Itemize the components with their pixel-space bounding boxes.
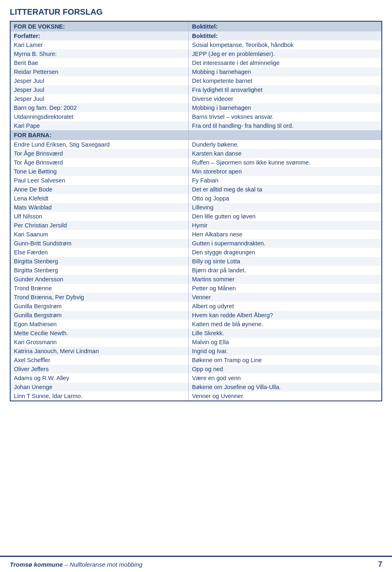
author-cell: Oliver Jeffers xyxy=(10,365,189,374)
author-cell: Myrna B. Shure: xyxy=(10,49,189,58)
title-cell: Den stygge drageungen xyxy=(189,248,382,257)
author-cell: Gunder Andersson xyxy=(10,275,189,284)
table-row: Reidar PettersenMobbing i barnehagen xyxy=(10,67,382,76)
author-cell: Kari Saanum xyxy=(10,230,189,239)
section-header-children: FOR BARNA: xyxy=(10,130,382,140)
section-header-right-children xyxy=(189,130,382,140)
title-cell: Hymir xyxy=(189,221,382,230)
author-cell: Linn T Sunne, Idar Larmo. xyxy=(10,392,189,401)
author-cell: Utdanningsdirektoratet xyxy=(10,112,189,121)
table-row: Jesper JuulDiverse videoer xyxy=(10,94,382,103)
title-cell: Mobbing i barnehagen xyxy=(189,67,382,76)
title-cell: Otto og Joppa xyxy=(189,194,382,203)
author-cell: Tor Åge Brinsværd xyxy=(10,149,189,158)
table-row: Linn T Sunne, Idar Larmo.Venner og Uvenn… xyxy=(10,392,382,401)
table-row: Adams og R.W. AlleyVære en god venn xyxy=(10,374,382,383)
table-row: Tone Lie BøttingMin storebror apen xyxy=(10,167,382,176)
table-row: Endre Lund Eriksen, Stig SaxegaardDunder… xyxy=(10,140,382,149)
author-col-header: Forfatter: xyxy=(10,31,189,40)
section-header-left-adults: FOR DE VOKSNE: xyxy=(10,21,189,31)
table-row: Berit BaeDet interessante i det alminnel… xyxy=(10,58,382,67)
table-row: Myrna B. Shure:JEPP (Jeg er en problemlø… xyxy=(10,49,382,58)
table-row: Mette Cecilie Newth.Lille Skrekk. xyxy=(10,329,382,338)
title-cell: Mobbing i barnehagen xyxy=(189,103,382,112)
table-row: Kari PapeFra ord til handling- fra handl… xyxy=(10,121,382,130)
col-headers-adults: Forfatter:Boktittel: xyxy=(10,31,382,40)
footer-org: Tromsø kommune xyxy=(10,561,63,568)
table-row: Birgitta StenbergBjørn drar på landet. xyxy=(10,266,382,275)
author-cell: Kari Pape xyxy=(10,121,189,130)
title-cell: Martins sommer xyxy=(189,275,382,284)
author-cell: Jesper Juul xyxy=(10,76,189,85)
title-cell: JEPP (Jeg er en problemløser). xyxy=(189,49,382,58)
table-row: Else FærdenDen stygge drageungen xyxy=(10,248,382,257)
title-cell: Hvem kan redde Albert Åberg? xyxy=(189,311,382,320)
table-row: Barn og fam. Dep: 2002Mobbing i barnehag… xyxy=(10,103,382,112)
title-cell: Bøkene om Josefine og Villa-Ulla. xyxy=(189,383,382,392)
table-row: Katrina Janouch, Mervi LindmanIngrid og … xyxy=(10,347,382,356)
title-cell: Ruffen – Sjøormen som ikke kunne svømme. xyxy=(189,158,382,167)
author-cell: Ulf Nilsson xyxy=(10,212,189,221)
section-header-adults: FOR DE VOKSNE:Boktittel: xyxy=(10,21,382,31)
title-cell: Sosial kompetanse, Teoribok, håndbok xyxy=(189,40,382,49)
title-cell: Billy og sinte Lotta xyxy=(189,257,382,266)
title-cell: Den lille gutten og løven xyxy=(189,212,382,221)
table-row: Kari SaanumHerr Alkabars nese xyxy=(10,230,382,239)
title-cell: Fy Fabian xyxy=(189,176,382,185)
title-cell: Diverse videoer xyxy=(189,94,382,103)
author-cell: Birgitta Stenberg xyxy=(10,257,189,266)
table-row: Gunilla BergstrømHvem kan redde Albert Å… xyxy=(10,311,382,320)
title-cell: Albert og udyret xyxy=(189,302,382,311)
table-row: Kari LamerSosial kompetanse, Teoribok, h… xyxy=(10,40,382,49)
author-cell: Johan Unenge xyxy=(10,383,189,392)
title-cell: Lille Skrekk. xyxy=(189,329,382,338)
table-row: Mats WànbladLilleving xyxy=(10,203,382,212)
author-cell: Birgitta Stenberg xyxy=(10,266,189,275)
author-cell: Paul Leer Salvesen xyxy=(10,176,189,185)
table-row: Lena KlefeldtOtto og Joppa xyxy=(10,194,382,203)
title-cell: Dunderly bøkene. xyxy=(189,140,382,149)
author-cell: Berit Bae xyxy=(10,58,189,67)
table-row: Trond Brænna, Per DybvigVenner xyxy=(10,293,382,302)
author-cell: Egon Mathiesen xyxy=(10,320,189,329)
author-cell: Reidar Pettersen xyxy=(10,67,189,76)
author-cell: Kari Grossmann xyxy=(10,338,189,347)
title-cell: Malvin og Ella xyxy=(189,338,382,347)
literature-table: FOR DE VOKSNE:Boktittel:Forfatter:Boktit… xyxy=(10,21,382,401)
author-cell: Trond Brænna, Per Dybvig xyxy=(10,293,189,302)
table-row: Paul Leer SalvesenFy Fabian xyxy=(10,176,382,185)
title-cell: Barns trivsel – voksnes ansvar. xyxy=(189,112,382,121)
author-cell: Tone Lie Bøtting xyxy=(10,167,189,176)
author-cell: Jesper Juul xyxy=(10,94,189,103)
footer-subtitle: – Nulltoleranse mot mobbing xyxy=(63,561,143,568)
table-row: Axel SchefflerBøkene om Tramp og Line xyxy=(10,356,382,365)
author-cell: Mette Cecilie Newth. xyxy=(10,329,189,338)
table-row: Birgitta StenbergBilly og sinte Lotta xyxy=(10,257,382,266)
table-row: Egon MathiesenKatten med de blå øynene. xyxy=(10,320,382,329)
title-cell: Venner xyxy=(189,293,382,302)
title-cell: Fra lydighet til ansvarlighet xyxy=(189,85,382,94)
title-cell: Det er alltid meg de skal ta xyxy=(189,185,382,194)
author-cell: Lena Klefeldt xyxy=(10,194,189,203)
table-row: Jesper JuulDet kompetente barnet xyxy=(10,76,382,85)
section-header-right-adults: Boktittel: xyxy=(189,21,382,31)
table-row: Trond BrænnePetter og Månen xyxy=(10,284,382,293)
author-cell: Gunilla Bergstrøm xyxy=(10,311,189,320)
table-row: Anne De BodeDet er alltid meg de skal ta xyxy=(10,185,382,194)
author-cell: Katrina Janouch, Mervi Lindman xyxy=(10,347,189,356)
author-cell: Endre Lund Eriksen, Stig Saxegaard xyxy=(10,140,189,149)
page-wrapper: LITTERATUR FORSLAG FOR DE VOKSNE:Boktitt… xyxy=(0,0,392,426)
title-cell: Det kompetente barnet xyxy=(189,76,382,85)
author-cell: Anne De Bode xyxy=(10,185,189,194)
author-cell: Kari Lamer xyxy=(10,40,189,49)
title-cell: Karsten kan danse xyxy=(189,149,382,158)
author-cell: Gunn-Britt Sundstrøm xyxy=(10,239,189,248)
author-cell: Tor Åge Brinsværd xyxy=(10,158,189,167)
table-row: Gunder AnderssonMartins sommer xyxy=(10,275,382,284)
footer-text: Tromsø kommune – Nulltoleranse mot mobbi… xyxy=(10,561,143,568)
title-cell: Venner og Uvenner. xyxy=(189,392,382,401)
author-cell: Adams og R.W. Alley xyxy=(10,374,189,383)
title-cell: Ingrid og Ivar. xyxy=(189,347,382,356)
footer: Tromsø kommune – Nulltoleranse mot mobbi… xyxy=(0,556,392,572)
title-cell: Gutten i supermanndrakten. xyxy=(189,239,382,248)
